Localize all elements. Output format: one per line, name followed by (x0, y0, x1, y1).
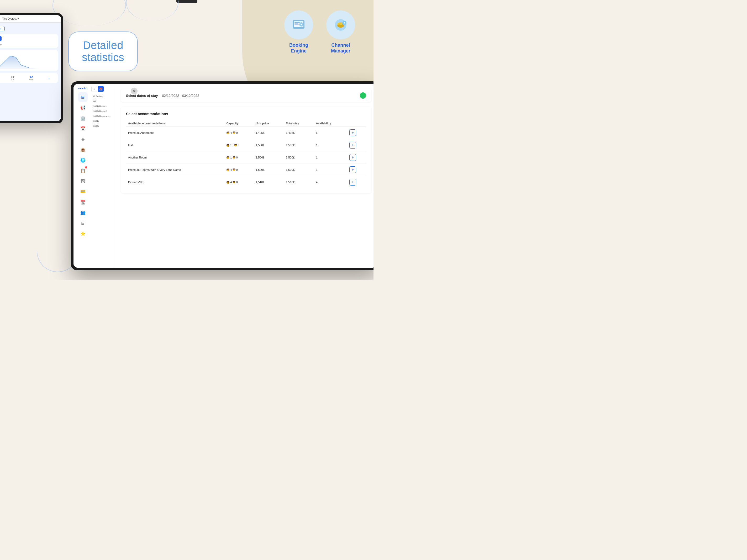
adult-count: 4 (230, 181, 232, 184)
room-item-1002[interactable]: (1002) Room 2 (91, 109, 113, 113)
col-available: Available accommodations (126, 120, 224, 127)
search-section: Search Closed rate (0, 34, 58, 48)
add-accommodation-button[interactable]: + (349, 154, 356, 161)
chart-container (0, 50, 58, 71)
room-item-1001[interactable]: (1001) Room 1 (91, 104, 113, 108)
calendar-section: 10 Sat 11 Sun 12 Mon › (0, 73, 58, 83)
calendar-next-arrow[interactable]: › (48, 76, 50, 80)
sidebar-icon-hotel[interactable]: 🏨 (78, 145, 88, 154)
acc-total-stay: 1,500£ (284, 164, 314, 176)
adult-count: 10 (230, 144, 233, 147)
sidebar-icon-users[interactable]: 👥 (78, 208, 88, 217)
acc-add-action: + (347, 127, 366, 139)
acc-name: test (126, 139, 224, 152)
acc-name: Premium Apartment (126, 127, 224, 139)
acc-name: Deluxe Villa (126, 176, 224, 188)
sidebar-icon-layers[interactable]: ◈ (78, 134, 88, 144)
nav-back-button[interactable]: ‹ (91, 86, 97, 92)
sidebar-icon-announcements[interactable]: 📢 (78, 103, 88, 112)
svg-rect-4 (294, 24, 299, 25)
sidebar-icon-star[interactable]: ⭐ (78, 229, 88, 238)
close-button[interactable]: ✕ (131, 88, 137, 95)
hotel-selector[interactable]: The Everest ▾ (2, 17, 19, 20)
add-accommodation-button[interactable]: + (349, 129, 356, 136)
sidebar-icon-calendar[interactable]: 📅 (78, 124, 88, 133)
channel-manager-icon (333, 17, 349, 33)
svg-rect-2 (294, 22, 300, 23)
col-availability: Availability (314, 120, 347, 127)
channel-manager-icon-circle (326, 10, 355, 39)
sidebar-icon-payments[interactable]: 💳 (78, 187, 88, 196)
acc-unit-price: 1,495£ (254, 127, 284, 139)
feature-booking-engine: Booking Engine (282, 10, 316, 54)
right-laptop: amenitiz ⊞ 📢 🏢 📅 ◈ 🏨 🌐 📋 🖼 💳 📆 👥 ⊞ ⭐ ✕ (71, 81, 374, 270)
left-laptop-stand (176, 0, 197, 3)
svg-rect-3 (294, 23, 298, 24)
acc-total-stay: 1,500£ (284, 152, 314, 164)
bulk-update-button[interactable]: Bulk update (0, 26, 5, 31)
room-item-cottage[interactable]: (0) Cottage (91, 94, 113, 99)
sidebar-icon-grid[interactable]: ⊞ (78, 92, 88, 102)
sidebar-logo: amenitiz (77, 87, 88, 90)
adult-icon: 🧑 (226, 168, 229, 171)
sidebar-icon-reports[interactable]: 📋 (78, 166, 88, 175)
table-row: test 🧑 10 🧒 0 1,500£ 1,500£ 1 + (126, 139, 366, 152)
booking-engine-label: Booking Engine (282, 43, 316, 54)
child-count: 0 (236, 181, 238, 184)
child-count: 0 (236, 156, 238, 159)
acc-total-stay: 1,510£ (284, 176, 314, 188)
closed-rate-label: Closed rate (0, 43, 2, 46)
accommodations-table: Available accommodations Capacity Unit p… (126, 120, 366, 188)
acc-total-stay: 1,495£ (284, 127, 314, 139)
acc-add-action: + (347, 152, 366, 164)
nav-calendar-button[interactable]: 📅 (98, 86, 104, 92)
date-confirm-button[interactable] (360, 92, 366, 99)
room-item-1004[interactable]: (1004) Room wh… (91, 114, 113, 118)
add-accommodation-button[interactable]: + (349, 166, 356, 173)
date-selector-label: Select dates of stay (126, 94, 158, 98)
child-icon: 🧒 (233, 168, 235, 171)
chart-svg (0, 53, 40, 69)
sidebar-icon-apps[interactable]: ⊞ (78, 218, 88, 228)
acc-availability: 1 (314, 139, 347, 152)
sidebar-icon-globe[interactable]: 🌐 (78, 155, 88, 165)
adult-icon: 🧑 (226, 131, 229, 134)
sidebar-icon-schedule[interactable]: 📆 (78, 197, 88, 207)
date-selector-bar: Select dates of stay 02/12/2022 - 03/12/… (121, 89, 371, 102)
adult-count: 4 (230, 131, 232, 134)
calendar-day-11: 11 Sun (10, 75, 14, 81)
date-range-text: 02/12/2022 - 03/12/2022 (162, 94, 199, 98)
acc-availability: 1 (314, 164, 347, 176)
channel-manager-label: Channel Manager (324, 43, 358, 54)
acc-add-action: + (347, 139, 366, 152)
acc-availability: 6 (314, 127, 347, 139)
room-item-2001[interactable]: (2001) (91, 119, 113, 123)
sidebar-icon-images[interactable]: 🖼 (78, 176, 88, 186)
child-count: 0 (236, 131, 238, 134)
child-count: 0 (238, 144, 239, 147)
features-section: Booking Engine Channel Manager (282, 10, 358, 54)
sidebar-icon-property[interactable]: 🏢 (78, 113, 88, 123)
booking-overlay: ✕ ‹ 📅 (0) Cottage (40) (1001) Room 1 (10… (90, 84, 374, 268)
acc-name: Premium Rooms With a Very Long Name (126, 164, 224, 176)
feature-channel-manager: Channel Manager (324, 10, 358, 54)
child-count: 0 (236, 168, 238, 171)
search-button[interactable]: Search (0, 36, 2, 41)
acc-unit-price: 1,500£ (254, 139, 284, 152)
add-accommodation-button[interactable]: + (349, 142, 356, 149)
bg-circle-top-right (126, 0, 179, 21)
left-laptop: Notifications The Everest ▾ Bulk update … (0, 13, 63, 123)
sidebar-badge (85, 166, 87, 168)
col-action (347, 120, 366, 127)
room-item-2002[interactable]: (2002) (91, 124, 113, 128)
table-row: Deluxe Villa 🧑 4 🧒 0 1,510£ 1,510£ 4 + (126, 176, 366, 188)
bg-circle-top-center (52, 0, 126, 26)
accommodations-title: Select accommodations (126, 112, 366, 116)
child-icon: 🧒 (233, 131, 235, 134)
room-item-40[interactable]: (40) (91, 99, 113, 103)
calendar-day-12: 12 Mon (29, 75, 33, 81)
acc-unit-price: 1,500£ (254, 164, 284, 176)
col-total-stay: Total stay (284, 120, 314, 127)
table-row: Premium Rooms With a Very Long Name 🧑 4 … (126, 164, 366, 176)
add-accommodation-button[interactable]: + (349, 179, 356, 186)
